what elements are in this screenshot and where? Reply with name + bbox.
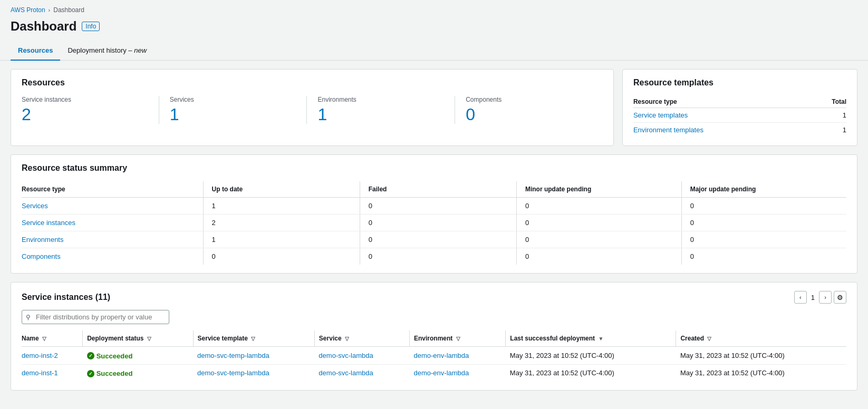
tab-deployment-history[interactable]: Deployment history – new bbox=[60, 42, 154, 61]
rt-col-type: Resource type bbox=[633, 96, 809, 108]
metric-service-instances: Service instances 2 bbox=[22, 96, 159, 124]
status-major-update: 0 bbox=[681, 231, 846, 248]
sort-icon-last-deploy: ▼ bbox=[598, 336, 603, 342]
instances-col-name: Name ▽ bbox=[22, 330, 83, 347]
sort-icon-created: ▽ bbox=[707, 336, 711, 342]
status-summary-card: Resource status summary Resource type Up… bbox=[11, 154, 857, 274]
status-up-to-date: 1 bbox=[203, 198, 360, 215]
instance-last-deploy: May 31, 2023 at 10:52 (UTC-4:00) bbox=[506, 364, 676, 382]
rt-col-total: Total bbox=[809, 96, 846, 108]
instance-template[interactable]: demo-svc-temp-lambda bbox=[193, 347, 314, 365]
metric-components: Components 0 bbox=[466, 96, 603, 124]
metric-service-instances-value[interactable]: 2 bbox=[22, 105, 148, 124]
instance-last-deploy: May 31, 2023 at 10:52 (UTC-4:00) bbox=[506, 347, 676, 365]
breadcrumb-current: Dashboard bbox=[53, 6, 84, 14]
status-col-resource-type: Resource type bbox=[22, 181, 203, 198]
status-row: Services 1 0 0 0 bbox=[22, 198, 846, 215]
metric-services-value[interactable]: 1 bbox=[170, 105, 296, 124]
status-minor-update: 0 bbox=[516, 231, 681, 248]
status-resource-type[interactable]: Service instances bbox=[22, 215, 203, 231]
instances-col-service: Service ▽ bbox=[314, 330, 409, 347]
instance-service[interactable]: demo-svc-lambda bbox=[314, 347, 409, 365]
instances-col-status: Deployment status ▽ bbox=[83, 330, 193, 347]
resources-row: Resources Service instances 2 Services 1… bbox=[11, 69, 857, 146]
sort-icon-name: ▽ bbox=[42, 336, 46, 342]
pagination: ‹ 1 › ⚙ bbox=[794, 291, 846, 304]
pagination-next-button[interactable]: › bbox=[819, 291, 832, 304]
rt-total: 1 bbox=[809, 108, 846, 123]
status-resource-type[interactable]: Environments bbox=[22, 231, 203, 248]
status-failed: 0 bbox=[360, 248, 516, 265]
rt-type[interactable]: Service templates bbox=[633, 108, 809, 123]
metric-environments-label: Environments bbox=[317, 96, 444, 103]
status-row: Components 0 0 0 0 bbox=[22, 248, 846, 265]
pagination-current: 1 bbox=[809, 294, 817, 301]
success-icon: ✓ bbox=[87, 370, 94, 377]
instance-name[interactable]: demo-inst-2 bbox=[22, 347, 83, 365]
metric-environments-value[interactable]: 1 bbox=[317, 105, 444, 124]
instance-status: ✓ Succeeded bbox=[83, 364, 193, 382]
tab-resources[interactable]: Resources bbox=[11, 42, 60, 61]
breadcrumb: AWS Proton › Dashboard bbox=[0, 0, 868, 17]
main-content: Resources Service instances 2 Services 1… bbox=[0, 61, 868, 399]
breadcrumb-parent-link[interactable]: AWS Proton bbox=[11, 6, 45, 14]
filter-input-wrap: ⚲ bbox=[22, 310, 169, 324]
instance-status: ✓ Succeeded bbox=[83, 347, 193, 365]
status-minor-update: 0 bbox=[516, 248, 681, 265]
instance-environment[interactable]: demo-env-lambda bbox=[410, 364, 506, 382]
status-row: Environments 1 0 0 0 bbox=[22, 231, 846, 248]
resource-templates-table: Resource type Total Service templates 1 … bbox=[633, 96, 846, 137]
info-badge[interactable]: Info bbox=[82, 22, 100, 31]
instance-service[interactable]: demo-svc-lambda bbox=[314, 364, 409, 382]
tab-bar: Resources Deployment history – new bbox=[0, 42, 868, 61]
instance-name[interactable]: demo-inst-1 bbox=[22, 364, 83, 382]
status-badge: ✓ Succeeded bbox=[87, 352, 133, 360]
status-summary-title: Resource status summary bbox=[22, 163, 846, 173]
status-col-major-update: Major update pending bbox=[681, 181, 846, 198]
status-failed: 0 bbox=[360, 231, 516, 248]
rt-type[interactable]: Environment templates bbox=[633, 123, 809, 138]
metric-service-instances-label: Service instances bbox=[22, 96, 148, 103]
status-failed: 0 bbox=[360, 198, 516, 215]
rt-row: Service templates 1 bbox=[633, 108, 846, 123]
instance-environment[interactable]: demo-env-lambda bbox=[410, 347, 506, 365]
sort-icon-template: ▽ bbox=[251, 336, 255, 342]
instances-title: Service instances (11) bbox=[22, 293, 110, 302]
status-resource-type[interactable]: Services bbox=[22, 198, 203, 215]
instances-col-env: Environment ▽ bbox=[410, 330, 506, 347]
pagination-settings-button[interactable]: ⚙ bbox=[834, 291, 846, 304]
resource-templates-card: Resource templates Resource type Total S… bbox=[622, 69, 857, 146]
metric-components-value[interactable]: 0 bbox=[466, 105, 592, 124]
breadcrumb-separator: › bbox=[49, 7, 51, 13]
instances-col-last-deploy: Last successful deployment ▼ bbox=[506, 330, 676, 347]
status-badge: ✓ Succeeded bbox=[87, 369, 133, 377]
status-col-failed: Failed bbox=[360, 181, 516, 198]
instance-created: May 31, 2023 at 10:52 (UTC-4:00) bbox=[676, 347, 846, 365]
instances-header: Service instances (11) ‹ 1 › ⚙ bbox=[22, 291, 846, 304]
filter-input[interactable] bbox=[22, 310, 169, 324]
metric-environments: Environments 1 bbox=[317, 96, 455, 124]
pagination-prev-button[interactable]: ‹ bbox=[794, 291, 807, 304]
status-resource-type[interactable]: Components bbox=[22, 248, 203, 265]
sort-icon-env: ▽ bbox=[456, 336, 460, 342]
table-row: demo-inst-1 ✓ Succeeded demo-svc-temp-la… bbox=[22, 364, 846, 382]
status-failed: 0 bbox=[360, 215, 516, 231]
metric-services: Services 1 bbox=[170, 96, 307, 124]
success-icon: ✓ bbox=[87, 352, 94, 359]
instance-template[interactable]: demo-svc-temp-lambda bbox=[193, 364, 314, 382]
resources-card: Resources Service instances 2 Services 1… bbox=[11, 69, 614, 146]
status-minor-update: 0 bbox=[516, 215, 681, 231]
table-row: demo-inst-2 ✓ Succeeded demo-svc-temp-la… bbox=[22, 347, 846, 365]
resource-templates-title: Resource templates bbox=[633, 78, 846, 87]
instances-table: Name ▽ Deployment status ▽ Service templ… bbox=[22, 330, 846, 382]
search-icon: ⚲ bbox=[26, 314, 31, 321]
filter-row: ⚲ bbox=[22, 310, 846, 324]
instances-col-template: Service template ▽ bbox=[193, 330, 314, 347]
status-up-to-date: 1 bbox=[203, 231, 360, 248]
resources-metrics: Service instances 2 Services 1 Environme… bbox=[22, 96, 603, 124]
status-major-update: 0 bbox=[681, 215, 846, 231]
instances-col-created: Created ▽ bbox=[676, 330, 846, 347]
metric-services-label: Services bbox=[170, 96, 296, 103]
sort-icon-status: ▽ bbox=[147, 336, 151, 342]
resources-card-title: Resources bbox=[22, 78, 603, 87]
